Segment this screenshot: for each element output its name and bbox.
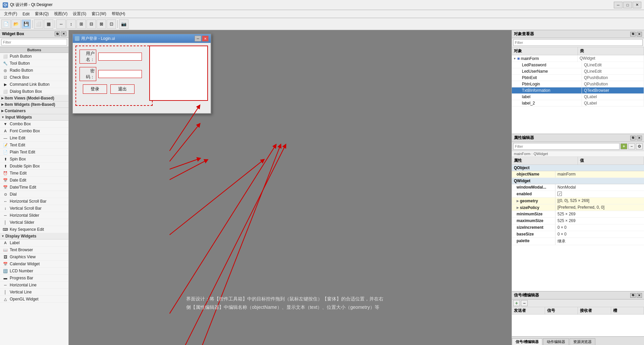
wb-item-v-line[interactable]: │ Vertical Line: [0, 289, 68, 296]
toolbar-layout1-btn[interactable]: ▦: [44, 19, 53, 29]
prop-value-geometry[interactable]: [(0, 0), 525 × 269]: [555, 198, 644, 204]
widget-box-float-btn[interactable]: ⧉: [55, 31, 60, 36]
wb-item-plain-text-edit[interactable]: 📄 Plain Text Edit: [0, 149, 68, 156]
wb-item-key-seq-edit[interactable]: ⌨ Key Sequence Edit: [0, 226, 68, 233]
dialog-minimize-btn[interactable]: ─: [195, 36, 201, 42]
wb-item-text-browser[interactable]: 📖 Text Browser: [0, 247, 68, 254]
wb-item-double-spin-box[interactable]: ⬆ Double Spin Box: [0, 163, 68, 170]
signal-editor-float-btn[interactable]: ⧉: [630, 293, 636, 298]
wb-item-opengl-widget[interactable]: △ OpenGL Widget: [0, 296, 68, 303]
maximize-button[interactable]: □: [623, 2, 632, 8]
prop-row-geometry[interactable]: ▶ geometry [(0, 0), 525 × 269]: [512, 198, 644, 204]
prop-row-objectname[interactable]: objectName mainForm: [512, 171, 644, 178]
wb-item-graphics-view[interactable]: 🖼 Graphics View: [0, 254, 68, 261]
toolbar-layout2-btn[interactable]: ↔: [56, 19, 66, 29]
prop-editor-float-btn[interactable]: ⧉: [630, 136, 636, 140]
wb-item-lcd-number[interactable]: 🔢 LCD Number: [0, 268, 68, 275]
prop-value-sizepolicy[interactable]: [Preferred, Preferred, 0, 0]: [555, 204, 644, 211]
password-input[interactable]: [98, 70, 142, 78]
prop-row-sizeincrement[interactable]: sizeIncrement 0 × 0: [512, 224, 644, 231]
widget-box-filter-input[interactable]: [1, 39, 67, 46]
wb-item-spin-box[interactable]: ⬆ Spin Box: [0, 156, 68, 163]
prop-row-minimumsize[interactable]: minimumSize 525 × 269: [512, 211, 644, 218]
prop-row-basesize[interactable]: baseSize 0 × 0: [512, 231, 644, 238]
toolbar-preview-btn[interactable]: 📷: [119, 19, 128, 29]
toolbar-layout6-btn[interactable]: ⊠: [97, 19, 106, 29]
prop-value-basesize[interactable]: 0 × 0: [555, 231, 644, 237]
prop-value-minimumsize[interactable]: 525 × 269: [555, 211, 644, 217]
signal-add-btn[interactable]: +: [513, 300, 520, 306]
toolbar-new-btn[interactable]: 📄: [1, 19, 11, 29]
prop-row-palette[interactable]: palette 继承: [512, 238, 644, 245]
enabled-checkbox[interactable]: ✓: [557, 192, 562, 196]
wb-item-combo-box[interactable]: ▼ Combo Box: [0, 121, 68, 128]
wb-item-dial[interactable]: ⊙ Dial: [0, 191, 68, 198]
prop-row-windowmodal[interactable]: windowModal... NonModal: [512, 184, 644, 191]
wb-item-font-combo-box[interactable]: A Font Combo Box: [0, 128, 68, 135]
wb-group-containers[interactable]: ▶ Containers: [0, 108, 68, 114]
menu-view[interactable]: 视图(V): [51, 10, 70, 17]
toolbar-layout5-btn[interactable]: ⊟: [87, 19, 96, 29]
obj-inspector-float-btn[interactable]: ⧉: [630, 32, 636, 37]
wb-item-datetime-edit[interactable]: 📅 Date/Time Edit: [0, 184, 68, 191]
wb-item-check-box[interactable]: ☑ Check Box: [0, 74, 68, 81]
obj-row-label2[interactable]: label_2 QLabel: [512, 100, 644, 107]
widget-box-close-btn[interactable]: ✕: [61, 31, 66, 36]
prop-value-enabled[interactable]: ✓: [555, 191, 644, 197]
menu-file[interactable]: 文件(F): [1, 10, 20, 17]
exit-button[interactable]: 退出: [110, 84, 135, 94]
prop-value-palette[interactable]: 继承: [555, 238, 644, 245]
menu-settings[interactable]: 设置(S): [70, 10, 89, 17]
wb-group-display-widgets[interactable]: ▼ Display Widgets: [0, 233, 68, 239]
tab-action-editor[interactable]: 动作编辑器: [543, 338, 569, 345]
obj-row-ledpassword[interactable]: LedPassword QLineEdit: [512, 62, 644, 68]
username-input[interactable]: [98, 53, 142, 61]
signal-editor-close-btn[interactable]: ✕: [637, 293, 642, 298]
menu-window[interactable]: 窗口(W): [89, 10, 109, 17]
toolbar-layout3-btn[interactable]: ↕: [66, 19, 76, 29]
wb-group-item-widgets[interactable]: ▶ Item Widgets (Item-Based): [0, 101, 68, 108]
obj-row-ledusername[interactable]: LedUserName QLineEdit: [512, 68, 644, 75]
wb-item-label[interactable]: A Label: [0, 239, 68, 247]
wb-item-h-slider[interactable]: ─ Horizontal Slider: [0, 212, 68, 219]
obj-inspector-filter-input[interactable]: [513, 39, 643, 46]
prop-row-enabled[interactable]: enabled ✓: [512, 191, 644, 198]
wb-item-time-edit[interactable]: ⏰ Time Edit: [0, 170, 68, 177]
wb-item-push-button[interactable]: ⬜ Push Button: [0, 53, 68, 60]
wb-item-command-link-button[interactable]: ▶ Command Link Button: [0, 81, 68, 88]
prop-value-maximumsize[interactable]: 525 × 269: [555, 218, 644, 224]
wb-group-input-widgets[interactable]: ▼ Input Widgets: [0, 114, 68, 121]
toolbar-open-btn[interactable]: 📂: [11, 19, 21, 29]
menu-form[interactable]: 窗体(Q): [32, 10, 51, 17]
prop-settings-btn[interactable]: ⚙: [636, 143, 643, 149]
wb-category-buttons[interactable]: Buttons: [0, 47, 68, 53]
toolbar-layout4-btn[interactable]: ⊞: [76, 19, 86, 29]
dialog-close-btn[interactable]: ✕: [202, 36, 209, 42]
wb-item-radio-button[interactable]: ◎ Radio Button: [0, 67, 68, 74]
prop-add-btn[interactable]: +: [621, 143, 627, 149]
prop-row-sizepolicy[interactable]: ▶ sizePolicy [Preferred, Preferred, 0, 0…: [512, 204, 644, 211]
wb-item-h-line[interactable]: ─ Horizontal Line: [0, 282, 68, 289]
obj-inspector-close-btn[interactable]: ✕: [637, 32, 642, 37]
wb-item-dialog-button-box[interactable]: ⬜ Dialog Button Box: [0, 88, 68, 95]
wb-item-v-scroll-bar[interactable]: ↕ Vertical Scroll Bar: [0, 205, 68, 212]
obj-row-mainform[interactable]: ▼ ■ mainForm QWidget: [512, 55, 644, 62]
toolbar-widget-btn[interactable]: ⬜: [34, 19, 43, 29]
obj-row-label[interactable]: label QLabel: [512, 94, 644, 100]
prop-value-windowmodal[interactable]: NonModal: [555, 184, 644, 191]
menu-edit[interactable]: Edit: [20, 11, 32, 17]
tab-resource-browser[interactable]: 资源浏览器: [570, 338, 595, 345]
wb-item-tool-button[interactable]: 🔧 Tool Button: [0, 60, 68, 67]
prop-value-objectname[interactable]: mainForm: [555, 171, 644, 178]
toolbar-save-btn[interactable]: 💾: [21, 19, 31, 29]
obj-row-pbtnlogin[interactable]: PbtnLogin QPushButton: [512, 81, 644, 87]
prop-filter-input[interactable]: [513, 143, 620, 150]
toolbar-layout7-btn[interactable]: ⊡: [107, 19, 116, 29]
obj-row-pbtnexit[interactable]: PbtnExit QPushButton: [512, 75, 644, 81]
wb-item-v-slider[interactable]: │ Vertical Slider: [0, 219, 68, 226]
minimize-button[interactable]: ─: [614, 2, 623, 8]
wb-item-progress-bar[interactable]: ▬ Progress Bar: [0, 275, 68, 282]
wb-item-text-edit[interactable]: 📝 Text Edit: [0, 142, 68, 149]
wb-item-date-edit[interactable]: 📅 Date Edit: [0, 177, 68, 184]
wb-group-item-views[interactable]: ▶ Item Views (Model-Based): [0, 95, 68, 101]
